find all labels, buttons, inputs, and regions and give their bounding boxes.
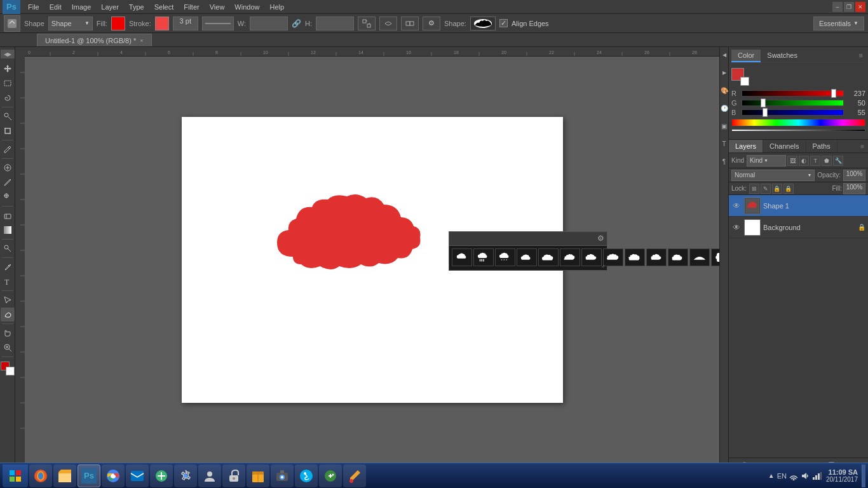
shape-thumb-arc1[interactable] <box>689 248 710 266</box>
start-button[interactable] <box>3 464 28 487</box>
menu-view[interactable]: View <box>205 2 230 12</box>
b-thumb[interactable] <box>763 108 768 117</box>
taskbar-person[interactable] <box>198 464 221 487</box>
shape-thumb-rain2[interactable] <box>473 248 494 266</box>
transform-btn[interactable] <box>358 17 376 30</box>
layer-visibility-shape1[interactable]: 👁 <box>731 201 742 211</box>
taskbar-firefox[interactable] <box>29 464 52 487</box>
rect-select-tool[interactable] <box>1 76 15 90</box>
toolbar-collapse[interactable]: ◀▶ <box>1 50 15 58</box>
gear-btn[interactable]: ⚙ <box>423 17 440 30</box>
healing-tool[interactable] <box>1 161 15 175</box>
stroke-size-input[interactable]: 3 pt <box>173 17 198 30</box>
shape-dropdown[interactable]: Shape▼ <box>48 17 93 30</box>
menu-filter[interactable]: Filter <box>179 2 204 12</box>
brush-tool[interactable] <box>1 175 15 189</box>
lock-artboard-icon[interactable]: 🔒 <box>772 184 782 194</box>
g-thumb[interactable] <box>761 98 766 107</box>
shape-picker-resize-handle[interactable] <box>599 262 607 270</box>
hand-tool[interactable] <box>1 326 15 340</box>
tool-icon[interactable] <box>4 15 20 32</box>
align-edges-checkbox[interactable]: ✓ <box>499 19 508 27</box>
fill-input[interactable]: 100% <box>843 183 865 194</box>
shape-thumb-cloud2[interactable] <box>538 248 559 266</box>
taskbar-package[interactable] <box>247 464 269 487</box>
shape-tool[interactable] <box>1 308 15 322</box>
crop-tool[interactable] <box>1 124 15 138</box>
shape-thumb-snow[interactable]: * * * <box>495 248 515 266</box>
shape-thumb-cloud7[interactable] <box>646 248 667 266</box>
filter-smart-icon[interactable]: 🔧 <box>833 156 843 166</box>
menu-type[interactable]: Type <box>124 2 149 12</box>
gradient-tool[interactable] <box>1 223 15 237</box>
filter-adjust-icon[interactable]: ◐ <box>799 156 809 166</box>
text-tool[interactable]: T <box>1 274 15 288</box>
path-select-tool[interactable] <box>1 293 15 307</box>
filter-shape-icon[interactable]: ⬟ <box>822 156 832 166</box>
shape-thumb-rain1[interactable] <box>452 248 472 266</box>
taskbar-add[interactable] <box>150 464 173 487</box>
stroke-color[interactable] <box>155 17 169 30</box>
color-picker-swatch[interactable] <box>731 68 749 86</box>
tab-channels[interactable]: Channels <box>763 140 806 152</box>
shape-thumb-cloud1[interactable] <box>517 248 537 266</box>
filter-pixel-icon[interactable]: 🖼 <box>787 156 797 166</box>
taskbar-snagit[interactable] <box>271 464 294 487</box>
taskbar-outlook[interactable] <box>126 464 149 487</box>
menu-window[interactable]: Window <box>229 2 264 12</box>
shape-thumb-flower[interactable] <box>711 248 720 266</box>
taskbar-settings[interactable] <box>174 464 197 487</box>
blend-mode-dropdown[interactable]: Normal▼ <box>731 170 815 181</box>
tab-layers[interactable]: Layers <box>729 140 763 152</box>
stroke-preview[interactable] <box>202 17 234 30</box>
width-input[interactable] <box>250 17 288 30</box>
restore-button[interactable]: ❐ <box>844 2 854 12</box>
color-panel-expand[interactable]: ≡ <box>857 50 865 62</box>
sys-up-icon[interactable]: ▲ <box>768 472 775 479</box>
taskbar-skype[interactable] <box>295 464 318 487</box>
lock-position-icon[interactable]: ✎ <box>761 184 771 194</box>
layer-item-shape1[interactable]: 👁 Shape 1 <box>729 195 868 217</box>
layers-panel-expand[interactable]: ≡ <box>857 140 868 152</box>
close-button[interactable]: ✕ <box>855 2 865 12</box>
r-thumb[interactable] <box>831 89 836 98</box>
eraser-tool[interactable] <box>1 208 15 222</box>
essentials-dropdown[interactable]: Essentials▼ <box>813 17 864 30</box>
menu-image[interactable]: Image <box>67 2 97 12</box>
pen-tool[interactable] <box>1 260 15 274</box>
shape-thumb-cloud8[interactable] <box>668 248 688 266</box>
filter-text-icon[interactable]: T <box>810 156 820 166</box>
menu-select[interactable]: Select <box>149 2 179 12</box>
taskbar-photoshop[interactable]: Ps <box>78 464 100 487</box>
shape-thumb-cloud6[interactable] <box>625 248 645 266</box>
move-tool[interactable] <box>1 62 15 76</box>
menu-layer[interactable]: Layer <box>96 2 124 12</box>
tab-paths[interactable]: Paths <box>806 140 837 152</box>
shape-picker-gear[interactable]: ⚙ <box>597 234 604 243</box>
fg-bg-colors[interactable] <box>1 362 15 376</box>
taskbar-game[interactable] <box>319 464 342 487</box>
dodge-tool[interactable] <box>1 241 15 255</box>
shape-preview[interactable] <box>470 17 496 30</box>
b-slider[interactable] <box>742 109 844 116</box>
color-tab-color[interactable]: Color <box>731 50 761 62</box>
kind-dropdown[interactable]: Kind ▼ <box>747 155 786 166</box>
path-ops-btn[interactable] <box>401 17 419 30</box>
tab-close-button[interactable]: × <box>140 37 143 44</box>
taskbar-chrome[interactable] <box>102 464 125 487</box>
clone-tool[interactable] <box>1 190 15 204</box>
menu-help[interactable]: Help <box>264 2 289 12</box>
g-slider[interactable] <box>742 100 844 106</box>
height-input[interactable] <box>316 17 354 30</box>
document-tab[interactable]: Untitled-1 @ 100% (RGB/8) * × <box>37 34 152 46</box>
taskbar-paint[interactable] <box>343 464 366 487</box>
layer-item-background[interactable]: 👁 Background 🔒 <box>729 217 868 238</box>
lasso-tool[interactable] <box>1 91 15 105</box>
background-color[interactable] <box>6 367 15 376</box>
warp-btn[interactable] <box>379 17 397 30</box>
layer-visibility-background[interactable]: 👁 <box>731 222 742 233</box>
show-desktop-button[interactable] <box>862 464 865 487</box>
minimize-button[interactable]: – <box>832 2 843 12</box>
r-slider[interactable] <box>742 90 844 97</box>
spectrum-bar[interactable] <box>731 119 865 126</box>
